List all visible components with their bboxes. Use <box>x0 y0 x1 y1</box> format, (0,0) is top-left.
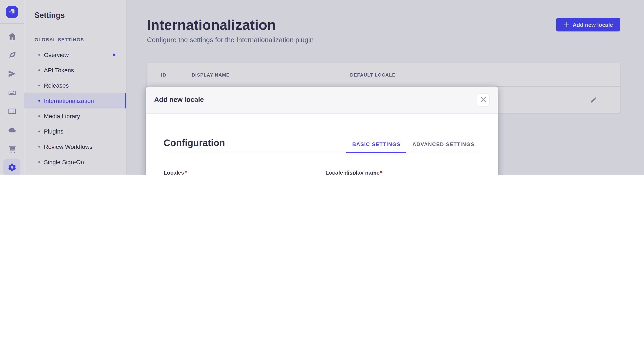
form-fields: Locales* French (fr) Locale display name… <box>164 169 480 175</box>
close-icon <box>481 97 486 102</box>
modal-title: Add new locale <box>154 96 204 104</box>
strapi-settings-app: KD Settings GLOBAL SETTINGS Overview API… <box>0 0 644 175</box>
display-name-field: Locale display name* Locale will be disp… <box>326 169 480 175</box>
required-asterisk: * <box>185 169 187 175</box>
add-locale-modal: Add new locale Configuration BASIC SETTI… <box>146 86 498 175</box>
configuration-section-header: Configuration BASIC SETTINGS ADVANCED SE… <box>164 137 480 153</box>
close-button[interactable] <box>476 93 490 106</box>
modal-header: Add new locale <box>146 86 498 114</box>
modal-body: Configuration BASIC SETTINGS ADVANCED SE… <box>146 114 498 175</box>
locales-field: Locales* French (fr) <box>164 169 318 175</box>
display-name-label: Locale display name* <box>326 169 480 175</box>
required-asterisk: * <box>380 169 382 175</box>
tab-basic-settings[interactable]: BASIC SETTINGS <box>346 141 406 153</box>
settings-tabs: BASIC SETTINGS ADVANCED SETTINGS <box>346 141 480 153</box>
locales-label: Locales* <box>164 169 318 175</box>
tab-advanced-settings[interactable]: ADVANCED SETTINGS <box>406 141 480 153</box>
configuration-heading: Configuration <box>164 137 225 153</box>
